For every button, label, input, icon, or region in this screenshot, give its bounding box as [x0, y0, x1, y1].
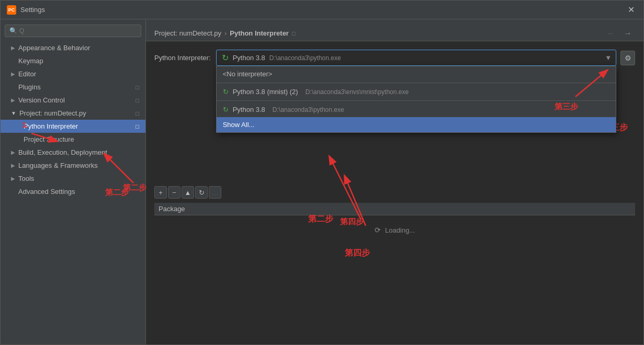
refresh-button[interactable]: ↻: [195, 186, 208, 199]
spin-icon: ↻: [223, 106, 229, 113]
sidebar-item-label: Build, Execution, Deployment: [18, 148, 107, 156]
expand-arrow: ▼: [11, 110, 16, 116]
search-input[interactable]: [19, 27, 137, 34]
breadcrumb-separator: ›: [224, 29, 227, 37]
sidebar-item-python-interpreter[interactable]: Python Interpreter □: [1, 120, 145, 133]
option-path: D:\anaconda3\envs\mnist\python.exe: [306, 88, 409, 96]
chevron-down-icon: ▼: [605, 54, 612, 62]
search-box[interactable]: 🔍: [5, 25, 141, 37]
dropdown-option-mnist[interactable]: ↻ Python 3.8 (mnist) (2) D:\anaconda3\en…: [217, 84, 616, 99]
sidebar-item-languages[interactable]: ▶ Languages & Frameworks: [1, 159, 145, 172]
main-header: Project: numDetect.py › Python Interpret…: [146, 19, 643, 41]
sidebar-badge: □: [135, 110, 139, 117]
dropdown-option-no-interpreter[interactable]: <No interpreter>: [217, 66, 616, 82]
expand-arrow: ▶: [11, 176, 15, 181]
sidebar-item-editor[interactable]: ▶ Editor: [1, 67, 145, 80]
sidebar-item-label: Tools: [18, 175, 34, 182]
sidebar-item-label: Appearance & Behavior: [18, 44, 90, 52]
search-icon: 🔍: [9, 27, 17, 34]
sidebar-item-advanced[interactable]: ▶ Advanced Settings: [1, 185, 145, 198]
sidebar-item-label: Project Structure: [24, 135, 74, 143]
loading-spinner: ⟳: [375, 226, 381, 234]
option-path: D:\anaconda3\python.exe: [273, 106, 344, 113]
expand-arrow: ▶: [11, 97, 15, 103]
expand-arrow: ▶: [11, 71, 15, 77]
interpreter-path: D:\anaconda3\python.exe: [269, 54, 341, 62]
sidebar-item-label: Python Interpreter: [24, 122, 78, 130]
add-button[interactable]: +: [154, 186, 167, 199]
gear-icon: ⚙: [625, 54, 631, 62]
option-label: Python 3.8 (mnist) (2): [233, 88, 298, 96]
spin-icon: ↻: [222, 53, 229, 63]
close-button[interactable]: ✕: [625, 4, 637, 16]
sidebar-item-tools[interactable]: ▶ Tools: [1, 172, 145, 185]
expand-arrow: ▶: [11, 163, 15, 168]
nav-buttons: ← →: [604, 28, 635, 39]
dropdown-divider: [217, 83, 616, 83]
dropdown-option-python38[interactable]: ↻ Python 3.8 D:\anaconda3\python.exe: [217, 102, 616, 117]
sidebar-item-label: Languages & Frameworks: [18, 162, 98, 169]
dropdown-option-show-all[interactable]: Show All...: [217, 117, 616, 132]
sidebar-item-label: Version Control: [18, 96, 65, 104]
package-table: Package: [154, 203, 635, 215]
window-title: Settings: [20, 6, 625, 14]
interpreter-row: Python Interpreter: ↻ Python 3.8 D:\anac…: [154, 50, 635, 66]
sidebar-item-appearance[interactable]: ▶ Appearance & Behavior: [1, 41, 145, 54]
interpreter-name: Python 3.8: [233, 54, 265, 62]
option-label: Show All...: [223, 121, 255, 129]
toolbar-row: + − ▲ ↻ …: [154, 186, 635, 199]
option-label: <No interpreter>: [223, 70, 273, 78]
option-label: Python 3.8: [233, 106, 265, 113]
interpreter-dropdown[interactable]: ↻ Python 3.8 D:\anaconda3\python.exe ▼: [216, 50, 616, 66]
breadcrumb-project: Project: numDetect.py: [154, 29, 221, 37]
edit-icon[interactable]: □: [292, 30, 296, 37]
sidebar-item-project-structure[interactable]: Project Structure: [1, 133, 145, 146]
sidebar-item-label: Advanced Settings: [18, 188, 75, 196]
sidebar-badge: □: [135, 84, 139, 90]
sidebar: 🔍 ▶ Appearance & Behavior ▶ Keymap ▶ Edi…: [1, 19, 146, 344]
up-button[interactable]: ▲: [182, 186, 194, 199]
sidebar-badge: □: [135, 123, 139, 130]
step4-annotation: 第四步: [345, 248, 370, 259]
main-panel: Project: numDetect.py › Python Interpret…: [146, 19, 643, 344]
sidebar-item-label: Editor: [18, 70, 36, 78]
interpreter-label: Python Interpreter:: [154, 54, 211, 62]
dropdown-divider-2: [217, 100, 616, 101]
sidebar-item-label: Project: numDetect.py: [19, 109, 86, 117]
sidebar-item-label: Plugins: [18, 83, 41, 91]
more-button[interactable]: …: [209, 186, 221, 199]
app-icon: PC: [7, 5, 16, 15]
sidebar-item-keymap[interactable]: ▶ Keymap: [1, 54, 145, 67]
title-bar: PC Settings ✕: [1, 1, 643, 19]
column-package: Package: [154, 203, 635, 215]
sidebar-item-version-control[interactable]: ▶ Version Control □: [1, 94, 145, 107]
breadcrumb: Project: numDetect.py › Python Interpret…: [154, 29, 296, 37]
remove-button[interactable]: −: [168, 186, 180, 199]
gear-button[interactable]: ⚙: [620, 51, 635, 65]
interpreter-dropdown-wrapper: ↻ Python 3.8 D:\anaconda3\python.exe ▼ <…: [216, 50, 616, 66]
loading-text: Loading...: [385, 226, 415, 234]
breadcrumb-page: Python Interpreter: [230, 29, 289, 37]
expand-arrow: ▶: [11, 150, 15, 155]
sidebar-item-plugins[interactable]: ▶ Plugins □: [1, 80, 145, 94]
back-button[interactable]: ←: [604, 28, 618, 39]
main-body: Python Interpreter: ↻ Python 3.8 D:\anac…: [146, 41, 643, 344]
sidebar-badge: □: [135, 97, 139, 104]
sidebar-item-project[interactable]: ▼ Project: numDetect.py □: [1, 107, 145, 120]
expand-arrow: ▶: [11, 45, 15, 51]
sidebar-item-build[interactable]: ▶ Build, Execution, Deployment: [1, 146, 145, 159]
dropdown-popup: <No interpreter> ↻ Python 3.8 (mnist) (2…: [216, 66, 616, 133]
spin-icon: ↻: [223, 88, 229, 96]
forward-button[interactable]: →: [620, 28, 635, 39]
sidebar-item-label: Keymap: [18, 57, 43, 65]
